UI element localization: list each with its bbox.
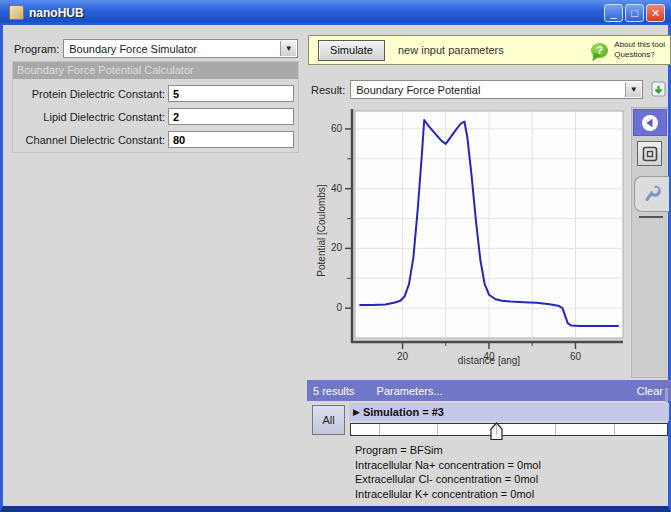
back-arrow-icon (640, 113, 660, 133)
divider (639, 216, 663, 218)
clear-link[interactable]: Clear (637, 385, 663, 397)
result-label: Result: (311, 84, 345, 96)
download-result-icon[interactable] (650, 81, 668, 99)
lipid-dielectric-label: Lipid Dielectric Constant: (13, 111, 165, 123)
result-row: Result: Boundary Force Potential ▼ (311, 80, 668, 99)
detail-line: Program = BFSim (355, 443, 541, 458)
simulation-slider[interactable] (350, 422, 668, 440)
slider-tick (496, 424, 497, 435)
wrench-icon (641, 183, 663, 205)
title-bar: nanoHUB _ □ ✕ (0, 0, 671, 25)
chart-x-axis-label: distance [ang] (355, 355, 623, 366)
status-text: new input parameters (398, 44, 504, 56)
about-this-tool-link[interactable]: About this tool (614, 40, 665, 50)
field-row-protein: Protein Dielectric Constant: (13, 85, 298, 102)
lipid-dielectric-input[interactable] (168, 108, 294, 125)
slider-tick (614, 424, 615, 435)
detail-line: Extracellular Cl- concentration = 0mol (355, 472, 541, 487)
section-header: Boundary Force Potential Calculator (13, 62, 298, 79)
program-dropdown-value: Boundary Force Simulator (69, 43, 197, 55)
results-header-bar: 5 results Parameters... Clear (307, 380, 671, 401)
simulate-button[interactable]: Simulate (318, 40, 385, 61)
svg-text:20: 20 (331, 242, 343, 253)
chart-canvas[interactable]: 2040600204060 (311, 103, 629, 375)
expand-triangle-icon[interactable]: ▶ (353, 407, 360, 417)
simulation-selector-row[interactable]: ▶ Simulation = #3 (349, 403, 669, 421)
slider-tick (555, 424, 556, 435)
detail-line: Intracellular Na+ concentration = 0mol (355, 458, 541, 473)
protein-dielectric-input[interactable] (168, 85, 294, 102)
back-button[interactable] (633, 109, 667, 136)
chevron-down-icon[interactable]: ▼ (625, 82, 641, 97)
field-row-lipid: Lipid Dielectric Constant: (13, 108, 298, 125)
simulation-label: Simulation = #3 (363, 406, 444, 418)
close-button[interactable]: ✕ (646, 4, 665, 22)
detail-line: Intracellular K+ concentration = 0mol (355, 487, 541, 502)
questions-link[interactable]: Questions? (614, 50, 665, 60)
help-bubble-icon[interactable]: ? (591, 43, 608, 58)
channel-dielectric-input[interactable] (168, 131, 294, 148)
chart-y-axis-label: Potential [Coulombs] (316, 161, 327, 301)
calculator-panel: Boundary Force Potential Calculator Prot… (12, 61, 299, 153)
slider-tick (437, 424, 438, 435)
channel-dielectric-label: Channel Dielectric Constant: (13, 134, 165, 146)
program-label: Program: (14, 43, 59, 55)
simulation-details: Program = BFSim Intracellular Na+ concen… (355, 443, 541, 501)
program-row: Program: Boundary Force Simulator ▼ (14, 39, 298, 58)
results-count: 5 results (313, 385, 355, 397)
field-row-channel: Channel Dielectric Constant: (13, 131, 298, 148)
svg-text:0: 0 (336, 302, 342, 313)
parameters-link[interactable]: Parameters... (377, 385, 443, 397)
svg-text:60: 60 (331, 123, 343, 134)
program-dropdown[interactable]: Boundary Force Simulator ▼ (63, 39, 298, 58)
settings-tab[interactable] (634, 176, 669, 212)
app-icon (9, 5, 24, 20)
potential-chart[interactable]: 2040600204060 Potential [Coulombs] dista… (311, 103, 629, 375)
app-window: nanoHUB _ □ ✕ Program: Boundary Force Si… (0, 0, 671, 512)
protein-dielectric-label: Protein Dielectric Constant: (13, 88, 165, 100)
slider-tick (379, 424, 380, 435)
window-title: nanoHUB (29, 6, 84, 20)
maximize-button[interactable]: □ (625, 4, 644, 22)
chevron-down-icon[interactable]: ▼ (280, 41, 296, 56)
snapshot-button[interactable] (637, 141, 662, 166)
scrollbar-nub[interactable] (665, 388, 668, 402)
chart-toolbar (631, 107, 668, 378)
result-dropdown[interactable]: Boundary Force Potential ▼ (350, 80, 643, 99)
svg-text:40: 40 (331, 183, 343, 194)
frame-icon (642, 146, 658, 162)
minimize-button[interactable]: _ (604, 4, 623, 22)
simulate-toolbar: Simulate new input parameters ? About th… (308, 35, 671, 65)
all-results-button[interactable]: All (312, 405, 345, 435)
slider-track[interactable] (350, 423, 668, 436)
result-dropdown-value: Boundary Force Potential (356, 84, 480, 96)
